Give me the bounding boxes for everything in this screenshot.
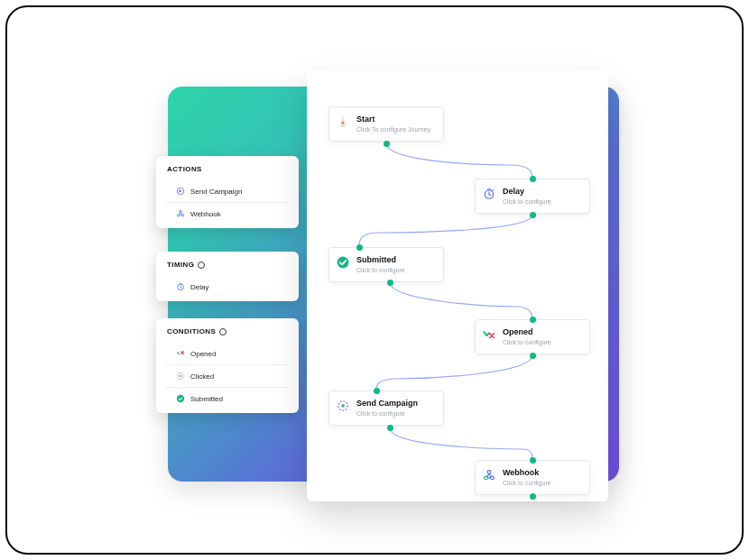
send-campaign-icon (176, 187, 185, 196)
webhook-icon (176, 209, 185, 218)
port[interactable] (530, 457, 536, 464)
node-subtitle: Click to configure (503, 339, 582, 346)
node-title: Webhook (503, 468, 582, 478)
node-subtitle: Click to configure (356, 410, 436, 418)
webhook-icon (483, 469, 495, 482)
svg-point-12 (341, 404, 345, 408)
sidebar-item-label: Send Campaign (190, 188, 242, 196)
delay-icon (176, 282, 185, 291)
clicked-icon (176, 372, 185, 381)
help-icon[interactable] (198, 262, 205, 269)
node-start[interactable]: Start Click To configure Journey (328, 106, 444, 142)
sidebar-item-label: Delay (190, 283, 208, 291)
sidebar-item-webhook[interactable]: Webhook (165, 203, 290, 225)
panel-actions-title-text: ACTIONS (167, 165, 202, 173)
panel-conditions: CONDITIONS Opened Clicked Submitted (156, 318, 299, 413)
journey-canvas[interactable]: Start Click To configure Journey Delay C… (307, 70, 608, 501)
help-icon[interactable] (219, 328, 227, 335)
node-webhook[interactable]: Webhook Click to configure (475, 460, 590, 495)
port[interactable] (530, 176, 536, 182)
panel-conditions-title-text: CONDITIONS (167, 327, 216, 335)
port[interactable] (356, 244, 363, 251)
node-subtitle: Click to configure (503, 198, 582, 206)
sidebar-item-label: Opened (190, 350, 216, 358)
port[interactable] (530, 317, 536, 323)
svg-point-3 (180, 210, 182, 213)
node-subtitle: Click To configure Journey (356, 126, 436, 133)
node-opened[interactable]: Opened Click to configure (475, 319, 590, 354)
node-title: Submitted (356, 255, 436, 265)
start-icon (337, 115, 349, 128)
panel-actions: ACTIONS Send Campaign Webhook (156, 156, 299, 228)
node-title: Delay (503, 187, 582, 197)
svg-point-15 (487, 471, 491, 474)
panel-conditions-title: CONDITIONS (156, 327, 299, 343)
node-submitted[interactable]: Submitted Click to configure (328, 247, 444, 282)
node-subtitle: Click to configure (503, 480, 582, 487)
svg-point-7 (177, 395, 184, 402)
port[interactable] (530, 212, 536, 218)
sidebar-item-label: Webhook (190, 210, 221, 218)
svg-point-8 (342, 122, 345, 124)
sidebar-item-label: Submitted (190, 395, 223, 403)
panel-timing-title: TIMING (156, 261, 299, 276)
panel-timing-title-text: TIMING (167, 261, 194, 269)
port[interactable] (387, 425, 393, 431)
send-campaign-icon (337, 399, 349, 412)
sidebar-item-clicked[interactable]: Clicked (165, 365, 290, 388)
node-title: Start (356, 115, 436, 124)
opened-icon (483, 328, 495, 341)
port[interactable] (530, 353, 536, 359)
svg-point-6 (180, 375, 181, 377)
node-subtitle: Click to configure (356, 267, 436, 274)
submitted-icon (176, 394, 185, 403)
submitted-icon (337, 256, 349, 269)
port[interactable] (530, 493, 536, 500)
app-frame: ACTIONS Send Campaign Webhook TIMING Del… (5, 5, 744, 555)
sidebar-item-send-campaign[interactable]: Send Campaign (165, 180, 290, 203)
sidebar-item-delay[interactable]: Delay (165, 276, 290, 298)
node-title: Send Campaign (356, 399, 436, 409)
panel-actions-title: ACTIONS (156, 165, 299, 180)
sidebar-item-opened[interactable]: Opened (165, 343, 290, 365)
sidebar-item-submitted[interactable]: Submitted (165, 388, 290, 409)
panel-timing: TIMING Delay (156, 252, 299, 301)
sidebar-item-label: Clicked (190, 372, 214, 381)
node-title: Opened (503, 327, 582, 337)
port[interactable] (374, 388, 380, 394)
node-send-campaign[interactable]: Send Campaign Click to configure (328, 390, 444, 426)
opened-icon (176, 349, 185, 358)
node-delay[interactable]: Delay Click to configure (475, 179, 590, 214)
port[interactable] (384, 141, 390, 147)
port[interactable] (387, 280, 393, 286)
svg-point-10 (338, 257, 349, 269)
delay-icon (483, 188, 495, 200)
